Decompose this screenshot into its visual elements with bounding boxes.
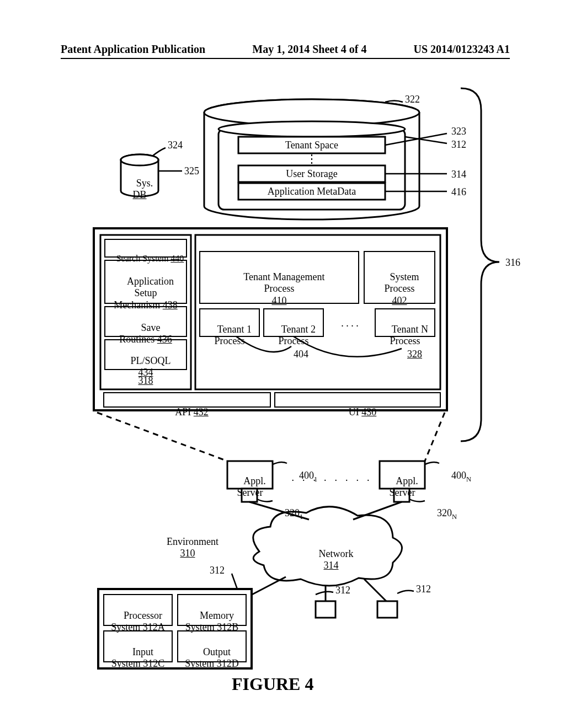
ref-416: 416 <box>451 186 466 199</box>
ref-320-1: 3201 <box>275 495 303 533</box>
ref-312-client: 312 <box>210 565 225 577</box>
svg-rect-42 <box>377 601 397 618</box>
ref-323: 323 <box>451 126 466 138</box>
ref-312-small-left: 312 <box>335 585 350 597</box>
tenant-1: Tenant 1Process <box>200 312 259 359</box>
tenant-n: Tenant NProcess <box>375 312 435 359</box>
ref-322: 322 <box>405 94 420 106</box>
app-metadata-label: Application MetaData <box>238 186 385 198</box>
tenant-dots: . . . . <box>330 318 370 330</box>
network-label: Network314 <box>292 536 370 584</box>
ref-312-db: 312 <box>451 139 466 151</box>
user-storage-label: User Storage <box>238 168 385 180</box>
appl-server-1: Appl.Server <box>227 463 273 511</box>
ref-318: 318 <box>105 375 186 387</box>
tenant-mgmt-process: Tenant ManagementProcess410 <box>200 259 359 319</box>
ref-325: 325 <box>184 165 199 178</box>
system-process: SystemProcess402 <box>364 259 435 319</box>
api-label: API 432 <box>104 394 270 430</box>
input-system: InputSystem 312C <box>104 634 172 682</box>
diagram-svg <box>0 0 565 728</box>
ref-400-n: 400N <box>441 458 471 495</box>
svg-rect-41 <box>316 601 335 618</box>
svg-line-48 <box>232 574 237 589</box>
main-db-cylinder <box>204 99 447 220</box>
figure-caption: FIGURE 4 <box>232 674 313 694</box>
sys-db-label: Sys.DB <box>121 165 158 213</box>
ref-324: 324 <box>168 140 183 152</box>
ui-label: UI 430 <box>275 394 440 430</box>
svg-point-3 <box>218 121 405 137</box>
ref-312-small-right: 312 <box>416 584 431 596</box>
ref-404: 404 <box>294 349 308 361</box>
ref-328: 328 <box>407 349 422 361</box>
ref-320-n: 320N <box>427 495 457 533</box>
tenant-space-label: Tenant Space <box>238 140 385 152</box>
ref-316: 316 <box>505 257 520 269</box>
ref-314-db: 314 <box>451 169 466 181</box>
appl-server-n: Appl.Server <box>380 463 425 511</box>
server-dots: . . . . . . . . <box>287 472 375 484</box>
